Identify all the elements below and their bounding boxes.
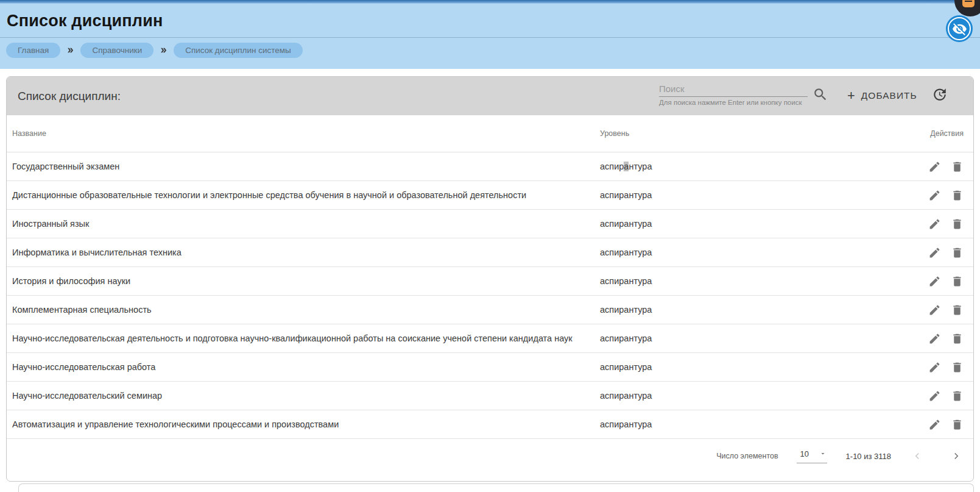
cell-level: аспирантура (600, 362, 833, 372)
row-name: Научно-исследовательская работа (12, 362, 155, 372)
cell-level: аспирантура (600, 391, 833, 401)
chevron-right-icon (951, 451, 962, 462)
edit-icon (928, 160, 941, 173)
edit-button[interactable] (928, 246, 941, 259)
row-name: Комплементарная специальность (12, 305, 152, 315)
cell-name: Информатика и вычислительная техника (7, 248, 600, 257)
pagination-range: 1-10 из 3118 (846, 452, 891, 461)
cell-level: аспирантура (600, 190, 833, 200)
cell-actions (833, 188, 973, 202)
cell-actions (833, 389, 973, 402)
add-button[interactable]: + ДОБАВИТЬ (847, 85, 917, 106)
cell-actions (833, 332, 973, 345)
edit-button[interactable] (928, 360, 941, 374)
cell-level: аспирантура (600, 333, 833, 343)
breadcrumb-item-current[interactable]: Список дисциплин системы (174, 43, 303, 58)
search-icon (813, 87, 828, 102)
list-title: Список дисциплин: (18, 90, 121, 103)
refresh-icon (932, 87, 948, 102)
cell-name: Научно-исследовательский семинар (7, 391, 600, 401)
trash-icon (951, 332, 964, 345)
row-name: Иностранный язык (12, 219, 89, 229)
trash-icon (951, 246, 964, 259)
trash-icon (951, 189, 964, 202)
cell-name: Научно-исследовательская деятельность и … (7, 333, 600, 343)
page-size-select[interactable]: 10 (797, 449, 827, 463)
cell-name: Научно-исследовательская работа (7, 362, 600, 372)
delete-button[interactable] (950, 303, 964, 316)
row-level: аспирантура (600, 162, 652, 171)
edit-icon (928, 418, 941, 431)
search-input[interactable] (659, 82, 808, 97)
table-row: Научно-исследовательский семинар аспиран… (7, 382, 973, 410)
table-header-row: Название Уровень Действия (7, 115, 973, 152)
cell-actions (833, 274, 973, 288)
row-level: аспирантура (600, 333, 652, 343)
trash-icon (951, 361, 964, 374)
table-row: Дистанционные образовательные технологии… (7, 181, 973, 210)
row-name: История и философия науки (12, 276, 130, 286)
accessibility-version-button[interactable] (946, 15, 973, 42)
table-row: Информатика и вычислительная техника асп… (7, 238, 973, 267)
row-name: Информатика и вычислительная техника (12, 248, 182, 257)
cell-name: Комплементарная специальность (7, 305, 600, 315)
delete-button[interactable] (950, 217, 964, 230)
edit-button[interactable] (928, 188, 941, 202)
cell-level: аспирантура (600, 162, 833, 171)
edit-button[interactable] (928, 274, 941, 288)
delete-button[interactable] (950, 360, 964, 374)
cell-name: Дистанционные образовательные технологии… (7, 190, 600, 200)
chat-bubble-icon (962, 0, 975, 7)
edit-icon (928, 361, 941, 374)
cell-name: История и философия науки (7, 276, 600, 286)
row-name: Научно-исследовательский семинар (12, 391, 162, 401)
edit-button[interactable] (928, 389, 941, 402)
edit-icon (928, 390, 941, 402)
edit-button[interactable] (928, 303, 941, 316)
edit-icon (928, 189, 941, 202)
cell-actions (833, 217, 973, 230)
delete-button[interactable] (950, 160, 964, 173)
trash-icon (951, 418, 964, 431)
delete-button[interactable] (950, 418, 964, 431)
breadcrumb: Главная Справочники Список дисциплин сис… (6, 43, 303, 58)
edit-button[interactable] (928, 418, 941, 431)
delete-button[interactable] (950, 389, 964, 402)
breadcrumb-item-directories[interactable]: Справочники (80, 43, 153, 58)
edit-icon (928, 304, 941, 316)
edit-icon (928, 218, 941, 230)
card-toolbar: Список дисциплин: Для поиска нажмите Ent… (7, 77, 973, 115)
table-row: Иностранный язык аспирантура (7, 210, 973, 238)
edit-button[interactable] (928, 332, 941, 345)
table-body: Государственный экзамен аспирантура (7, 152, 973, 439)
cell-name: Иностранный язык (7, 219, 600, 229)
cell-actions (833, 160, 973, 173)
column-header-name: Название (7, 129, 600, 138)
row-name: Дистанционные образовательные технологии… (12, 190, 526, 200)
delete-button[interactable] (950, 188, 964, 202)
breadcrumb-item-home[interactable]: Главная (6, 43, 60, 58)
delete-button[interactable] (950, 274, 964, 288)
search-field: Для поиска нажмите Enter или кнопку поис… (659, 82, 808, 106)
delete-button[interactable] (950, 246, 964, 259)
cell-level: аспирантура (600, 276, 833, 286)
cell-actions (833, 360, 973, 374)
row-name: Государственный экзамен (12, 162, 119, 171)
row-level: аспирантура (600, 419, 652, 429)
edit-button[interactable] (928, 217, 941, 230)
delete-button[interactable] (950, 332, 964, 345)
refresh-button[interactable] (931, 87, 948, 104)
cell-level: аспирантура (600, 419, 833, 429)
table-row: История и философия науки аспирантура (7, 267, 973, 296)
row-level: аспирантура (600, 219, 652, 229)
cell-level: аспирантура (600, 305, 833, 315)
previous-page-button[interactable] (909, 448, 925, 464)
search-button[interactable] (812, 87, 829, 104)
edit-icon (928, 275, 941, 288)
trash-icon (951, 275, 964, 288)
next-page-button[interactable] (948, 448, 964, 464)
page-title: Список дисциплин (7, 12, 163, 30)
edit-button[interactable] (928, 160, 941, 173)
pagination: Число элементов 10 1-10 из 3118 (7, 439, 973, 473)
caret-down-icon (819, 450, 827, 457)
